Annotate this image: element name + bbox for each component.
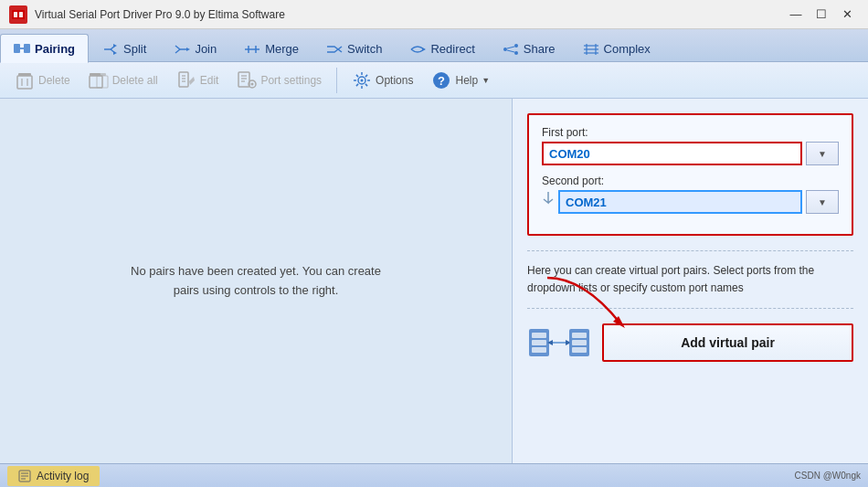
delete-all-label: Delete all bbox=[112, 74, 158, 87]
complex-icon bbox=[583, 43, 599, 56]
statusbar: Activity log CSDN @W0ngk bbox=[0, 463, 868, 487]
left-panel: No pairs have been created yet. You can … bbox=[0, 99, 512, 463]
svg-rect-3 bbox=[14, 44, 20, 53]
port-settings-button[interactable]: Port settings bbox=[229, 68, 329, 93]
delete-all-icon bbox=[89, 70, 109, 90]
svg-point-42 bbox=[361, 79, 364, 81]
delete-icon bbox=[15, 70, 35, 90]
tab-share-label: Share bbox=[524, 42, 556, 56]
window-controls: — ☐ ✕ bbox=[784, 5, 859, 25]
delete-label: Delete bbox=[38, 74, 70, 87]
right-panel: First port: ▼ Second port: bbox=[512, 99, 868, 463]
second-port-input[interactable] bbox=[558, 190, 802, 214]
tab-merge-label: Merge bbox=[265, 42, 299, 56]
svg-rect-49 bbox=[532, 347, 546, 353]
join-icon bbox=[174, 43, 190, 56]
no-pairs-message: No pairs have been created yet. You can … bbox=[119, 262, 393, 301]
svg-marker-8 bbox=[186, 48, 190, 51]
delete-all-button[interactable]: Delete all bbox=[81, 68, 165, 93]
delete-button[interactable]: Delete bbox=[7, 68, 78, 93]
svg-rect-31 bbox=[179, 72, 188, 87]
svg-rect-35 bbox=[238, 72, 249, 87]
help-arrow-icon: ▼ bbox=[482, 76, 490, 85]
second-port-label: Second port: bbox=[542, 175, 839, 187]
pairing-icon bbox=[14, 42, 30, 55]
edit-icon bbox=[176, 70, 196, 90]
close-button[interactable]: ✕ bbox=[835, 5, 859, 25]
help-button[interactable]: ? Help ▼ bbox=[424, 68, 497, 93]
toolbar-separator bbox=[336, 68, 337, 93]
svg-point-40 bbox=[251, 82, 254, 85]
second-port-dropdown[interactable]: ▼ bbox=[806, 190, 839, 214]
svg-line-16 bbox=[507, 47, 514, 48]
second-port-chevron-icon: ▼ bbox=[818, 197, 827, 207]
window-title: Virtual Serial Port Driver Pro 9.0 by El… bbox=[35, 8, 285, 21]
titlebar-left: Virtual Serial Port Driver Pro 9.0 by El… bbox=[9, 5, 285, 24]
add-virtual-pair-button[interactable]: Add virtual pair bbox=[602, 323, 853, 362]
action-toolbar: Delete Delete all Edit Port setting bbox=[0, 62, 868, 99]
svg-point-14 bbox=[514, 44, 518, 48]
svg-point-15 bbox=[514, 51, 518, 55]
tab-split-label: Split bbox=[123, 42, 146, 56]
minimize-button[interactable]: — bbox=[784, 5, 808, 25]
first-port-chevron-icon: ▼ bbox=[818, 149, 827, 159]
tab-join[interactable]: Join bbox=[160, 34, 230, 63]
tab-pairing[interactable]: Pairing bbox=[0, 34, 89, 63]
split-icon bbox=[102, 43, 119, 56]
app-logo-icon bbox=[9, 5, 27, 24]
first-port-input-row: ▼ bbox=[542, 142, 839, 165]
first-port-row: First port: ▼ bbox=[542, 126, 839, 165]
port-config-box: First port: ▼ Second port: bbox=[527, 113, 853, 236]
first-port-label: First port: bbox=[542, 126, 839, 139]
svg-text:?: ? bbox=[438, 74, 445, 88]
edit-label: Edit bbox=[200, 74, 219, 87]
switch-icon bbox=[326, 43, 343, 56]
svg-rect-56 bbox=[572, 347, 587, 353]
svg-rect-2 bbox=[19, 12, 23, 17]
main-content: No pairs have been created yet. You can … bbox=[0, 99, 868, 463]
first-port-dropdown[interactable]: ▼ bbox=[806, 142, 839, 165]
options-label: Options bbox=[376, 74, 413, 87]
second-port-input-row: ▼ bbox=[542, 190, 839, 214]
redirect-icon bbox=[409, 43, 426, 56]
tab-redirect-label: Redirect bbox=[430, 42, 474, 56]
tab-share[interactable]: Share bbox=[489, 34, 569, 63]
tab-join-label: Join bbox=[195, 42, 217, 56]
titlebar: Virtual Serial Port Driver Pro 9.0 by El… bbox=[0, 0, 868, 29]
tab-switch[interactable]: Switch bbox=[312, 34, 396, 63]
watermark: CSDN @W0ngk bbox=[795, 471, 861, 481]
help-icon: ? bbox=[431, 70, 451, 90]
activity-log-icon bbox=[18, 470, 31, 482]
first-port-input[interactable] bbox=[542, 142, 802, 165]
svg-rect-1 bbox=[14, 12, 17, 17]
svg-line-17 bbox=[507, 50, 514, 52]
arrow-diagram-icon bbox=[529, 269, 639, 342]
merge-icon bbox=[244, 43, 260, 56]
add-btn-area: Add virtual pair bbox=[527, 320, 853, 365]
dotted-separator-top bbox=[527, 250, 853, 251]
svg-marker-7 bbox=[113, 51, 117, 55]
svg-rect-4 bbox=[24, 44, 30, 53]
tab-complex[interactable]: Complex bbox=[569, 34, 664, 63]
options-button[interactable]: Options bbox=[344, 68, 420, 93]
activity-log-label: Activity log bbox=[37, 470, 89, 482]
tab-merge[interactable]: Merge bbox=[230, 34, 312, 63]
port-settings-label: Port settings bbox=[260, 74, 322, 87]
tab-split[interactable]: Split bbox=[89, 34, 160, 63]
maximize-button[interactable]: ☐ bbox=[810, 5, 833, 25]
share-icon bbox=[503, 43, 519, 56]
edit-button[interactable]: Edit bbox=[169, 68, 227, 93]
svg-marker-6 bbox=[113, 44, 117, 48]
port-settings-icon bbox=[237, 70, 257, 90]
svg-rect-24 bbox=[17, 76, 32, 89]
options-icon bbox=[352, 70, 372, 90]
svg-rect-28 bbox=[90, 76, 102, 88]
tab-pairing-label: Pairing bbox=[35, 42, 75, 56]
svg-point-13 bbox=[503, 48, 507, 51]
tab-redirect[interactable]: Redirect bbox=[396, 34, 488, 63]
activity-log-tab[interactable]: Activity log bbox=[7, 466, 100, 486]
second-port-row: Second port: ▼ bbox=[542, 175, 839, 214]
tab-complex-label: Complex bbox=[604, 42, 651, 56]
second-port-arrow-icon bbox=[542, 190, 555, 214]
svg-marker-12 bbox=[422, 48, 426, 51]
